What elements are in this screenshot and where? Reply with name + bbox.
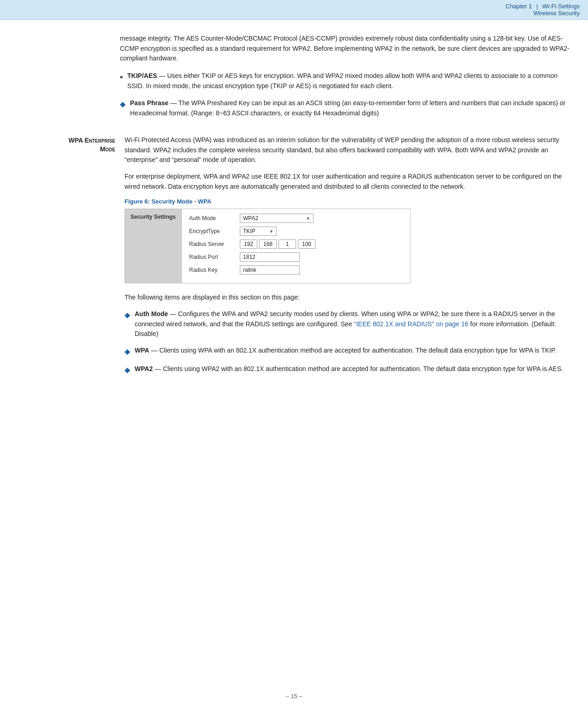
passphrase-list: ◆ Pass Phrase — The WPA Preshared Key ca…	[120, 98, 574, 118]
wpa-label-line1: WPA Enterprise	[68, 137, 115, 144]
wpa-bullet-text: WPA — Clients using WPA with an 802.1X a…	[135, 346, 574, 356]
radius-key-label: Radius Key	[189, 267, 240, 273]
following-items-intro: The following items are displayed in thi…	[125, 293, 574, 303]
header-chapter-number: 1	[529, 3, 532, 10]
tkip-description: — Uses either TKIP or AES keys for encry…	[127, 72, 558, 90]
wpa2-bullet-list: ◆ WPA2 — Clients using WPA2 with an 802.…	[125, 364, 574, 376]
security-settings-box: Security Settings Auth Mode WPA2 ▼	[125, 209, 410, 283]
wpa-section-content: Wi-Fi Protected Access (WPA) was introdu…	[120, 135, 574, 383]
radius-port-label: Radius Port	[189, 254, 240, 260]
header-chapter-line: Chapter 1 | Wi-Fi Settings	[505, 3, 580, 10]
radius-key-value[interactable]: ralink	[240, 265, 300, 275]
auth-mode-bullet-item: ◆ Auth Mode — Configures the WPA and WPA…	[125, 309, 574, 339]
radius-ip4[interactable]: 100	[298, 240, 315, 249]
wpa-paragraph1: Wi-Fi Protected Access (WPA) was introdu…	[125, 135, 574, 165]
wpa2-bullet-label: WPA2	[135, 365, 153, 372]
tkip-item: ■ TKIP/AES — Uses either TKIP or AES key…	[120, 71, 574, 91]
intro-paragraph: message integrity. The AES Counter-Mode/…	[120, 34, 574, 64]
ieee-link[interactable]: "IEEE 802.1X and RADIUS" on page 16	[354, 320, 469, 328]
radius-server-value[interactable]: 192 168 1 100	[240, 240, 315, 249]
radius-port-row: Radius Port 1812	[189, 252, 403, 262]
auth-mode-bullet-list: ◆ Auth Mode — Configures the WPA and WPA…	[125, 309, 574, 339]
figure-caption: Figure 6: Security Mode - WPA	[125, 198, 574, 205]
intro-block: message integrity. The AES Counter-Mode/…	[0, 34, 588, 64]
auth-mode-label: Auth Mode	[189, 215, 240, 222]
encrypt-type-label: EncryptType	[189, 228, 240, 234]
radius-key-row: Radius Key ralink	[189, 265, 403, 275]
tkip-block: ■ TKIP/AES — Uses either TKIP or AES key…	[0, 71, 588, 91]
wpa2-bullet-desc: — Clients using WPA2 with an 802.1X auth…	[154, 365, 563, 372]
wpa-bullet-desc: — Clients using WPA with an 802.1X authe…	[151, 347, 557, 354]
page-footer: – 15 –	[0, 693, 588, 700]
encrypt-type-select[interactable]: TKIP ▼	[240, 227, 277, 236]
radius-server-label: Radius Server	[189, 241, 240, 247]
auth-mode-select-text: WPA2	[243, 215, 258, 222]
passphrase-item: ◆ Pass Phrase — The WPA Preshared Key ca…	[120, 98, 574, 118]
wpa-label-text: WPA Enterprise Mode	[14, 136, 115, 154]
radius-ip2[interactable]: 168	[259, 240, 277, 249]
passphrase-text: Pass Phrase — The WPA Preshared Key can …	[130, 98, 574, 118]
radius-port-input[interactable]: 1812	[240, 252, 300, 262]
header-section: Wi-Fi Settings	[542, 3, 580, 10]
wpa-bullet-label: WPA	[135, 347, 149, 354]
header-subsection: Wireless Security	[505, 10, 580, 17]
auth-mode-arrow-icon: ▼	[306, 216, 310, 221]
chapter-label: Chapter	[505, 3, 527, 10]
encrypt-type-select-text: TKIP	[243, 228, 255, 234]
passphrase-label: Pass Phrase	[130, 99, 168, 107]
radius-key-input[interactable]: ralink	[240, 265, 300, 275]
page-header: Chapter 1 | Wi-Fi Settings Wireless Secu…	[0, 0, 588, 20]
tkip-text: TKIP/AES — Uses either TKIP or AES keys …	[127, 71, 574, 91]
diamond-bullet-icon-3: ◆	[125, 365, 130, 376]
encrypt-type-value[interactable]: TKIP ▼	[240, 227, 277, 236]
passphrase-description: — The WPA Preshared Key can be input as …	[130, 99, 565, 117]
tkip-list: ■ TKIP/AES — Uses either TKIP or AES key…	[120, 71, 574, 91]
header-separator: |	[536, 3, 538, 10]
auth-mode-value[interactable]: WPA2 ▼	[240, 214, 314, 223]
wpa-section-label: WPA Enterprise Mode	[14, 135, 120, 383]
diamond-bullet-icon: ◆	[120, 99, 125, 110]
wpa-paragraph2: For enterprise deployment, WPA and WPA2 …	[125, 172, 574, 192]
auth-mode-bullet-label: Auth Mode	[135, 310, 168, 318]
header-right: Chapter 1 | Wi-Fi Settings Wireless Secu…	[505, 3, 580, 17]
encrypt-type-row: EncryptType TKIP ▼	[189, 227, 403, 236]
wpa2-bullet-text: WPA2 — Clients using WPA2 with an 802.1X…	[135, 364, 574, 374]
page-number: – 15 –	[285, 693, 302, 700]
wpa-section-block: WPA Enterprise Mode Wi-Fi Protected Acce…	[0, 135, 588, 383]
square-bullet-icon: ■	[120, 73, 123, 81]
radius-ip3[interactable]: 1	[279, 240, 296, 249]
radius-port-value[interactable]: 1812	[240, 252, 300, 262]
encrypt-type-arrow-icon: ▼	[269, 229, 273, 234]
tkip-label: TKIP/AES	[127, 72, 157, 79]
main-content: message integrity. The AES Counter-Mode/…	[0, 20, 588, 406]
auth-mode-bullet-text: Auth Mode — Configures the WPA and WPA2 …	[135, 309, 574, 339]
wpa2-bullet-item: ◆ WPA2 — Clients using WPA2 with an 802.…	[125, 364, 574, 376]
auth-mode-select[interactable]: WPA2 ▼	[240, 214, 314, 223]
security-box-fields: Auth Mode WPA2 ▼ EncryptType	[182, 209, 410, 283]
radius-server-row: Radius Server 192 168 1 100	[189, 240, 403, 249]
diamond-bullet-icon-1: ◆	[125, 310, 130, 321]
security-box-label: Security Settings	[125, 209, 182, 283]
passphrase-block: ◆ Pass Phrase — The WPA Preshared Key ca…	[0, 98, 588, 118]
wpa-bullet-list: ◆ WPA — Clients using WPA with an 802.1X…	[125, 346, 574, 358]
wpa-bullet-item: ◆ WPA — Clients using WPA with an 802.1X…	[125, 346, 574, 358]
wpa-label-line2: Mode	[100, 145, 115, 153]
diamond-bullet-icon-2: ◆	[125, 346, 130, 358]
auth-mode-row: Auth Mode WPA2 ▼	[189, 214, 403, 223]
radius-ip1[interactable]: 192	[240, 240, 257, 249]
